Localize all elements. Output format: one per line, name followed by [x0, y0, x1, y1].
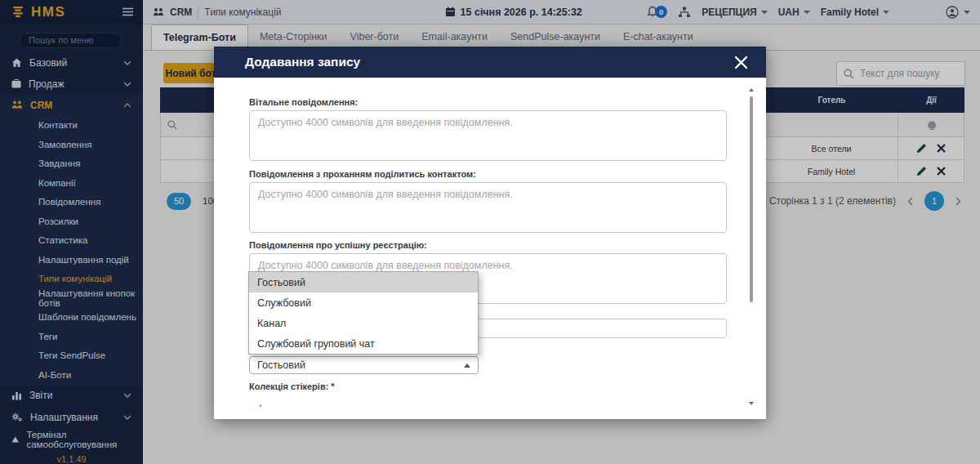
scroll-down-icon[interactable] — [749, 402, 754, 405]
welcome-message-label: Вітальне повідомлення: — [249, 97, 358, 107]
scrollbar-thumb[interactable] — [750, 96, 753, 302]
option-service-group-chat[interactable]: Службовий груповий чат — [249, 333, 478, 354]
share-contact-message-textarea[interactable] — [249, 182, 727, 233]
close-icon[interactable] — [734, 56, 748, 69]
sticker-collection-value[interactable]: , — [259, 396, 262, 408]
modal-title: Додавання запису — [245, 55, 360, 69]
add-record-modal: Додавання запису Вітальне повідомлення: … — [214, 47, 766, 419]
sticker-collection-label: Колекція стікерів: * — [249, 381, 335, 391]
share-contact-message-label: Повідомлення з проханням поділитись конт… — [249, 169, 476, 179]
option-guest[interactable]: Гостьовий — [249, 272, 478, 292]
modal-body: Вітальне повідомлення: Повідомлення з пр… — [214, 78, 766, 419]
registration-success-message-label: Повідомлення про успішну реєстрацію: — [249, 240, 427, 250]
option-service[interactable]: Службовий — [249, 292, 478, 313]
type-select[interactable]: Гостьовий — [249, 356, 479, 374]
welcome-message-textarea[interactable] — [249, 110, 727, 161]
chevron-up-icon — [464, 364, 470, 368]
type-dropdown-list: Гостьовий Службовий Канал Службовий груп… — [248, 271, 479, 355]
type-select-value: Гостьовий — [257, 359, 305, 371]
modal-header: Додавання запису — [214, 47, 766, 78]
option-channel[interactable]: Канал — [249, 313, 478, 333]
modal-scrollbar[interactable] — [747, 88, 755, 405]
scroll-up-icon[interactable] — [749, 88, 754, 91]
